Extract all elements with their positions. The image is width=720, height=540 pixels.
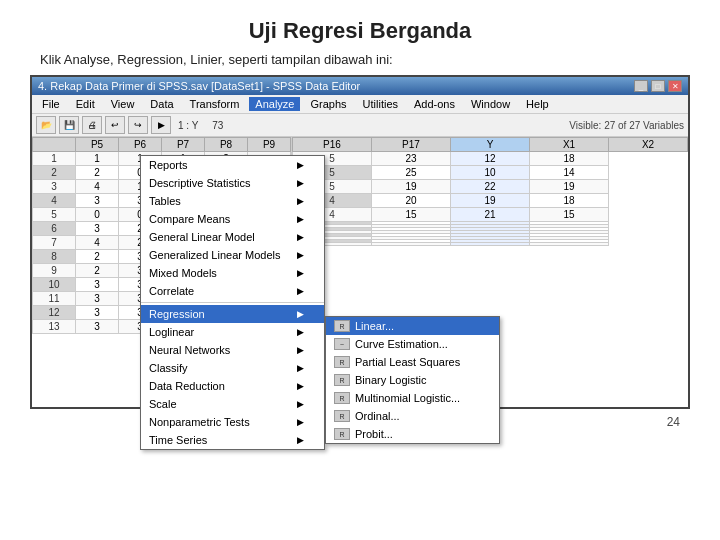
table-cell: 3 <box>76 194 119 208</box>
table-cell: 0 <box>119 208 162 222</box>
table-row: 133333 <box>33 320 291 334</box>
menu-analyze[interactable]: Analyze <box>249 97 300 111</box>
table-cell <box>248 180 291 194</box>
menu-edit[interactable]: Edit <box>70 97 101 111</box>
row-number: 10 <box>33 278 76 292</box>
table-cell <box>530 243 609 246</box>
content-area: P5 P6 P7 P8 P9 1111322002341024333450000… <box>32 137 688 407</box>
table-cell: 3 <box>119 292 162 306</box>
table-cell: 3 <box>119 320 162 334</box>
menu-item-label: Time Series <box>149 434 207 446</box>
toolbar-redo[interactable]: ↪ <box>128 116 148 134</box>
table-row: 103335 <box>33 278 291 292</box>
toolbar-undo[interactable]: ↩ <box>105 116 125 134</box>
table-row: 22002 <box>33 166 291 180</box>
menu-graphs[interactable]: Graphs <box>304 97 352 111</box>
table-cell: 2 <box>205 180 248 194</box>
table-row: 82334 <box>33 250 291 264</box>
maximize-button[interactable]: □ <box>651 80 665 92</box>
menu-window[interactable]: Window <box>465 97 516 111</box>
table-cell: 3 <box>76 306 119 320</box>
table-row: 63223 <box>33 222 291 236</box>
row-indicator: 1 : Y 73 <box>178 120 223 131</box>
table-cell: 3 <box>162 278 205 292</box>
table-cell: 3 <box>205 320 248 334</box>
menu-file[interactable]: File <box>36 97 66 111</box>
row-number: 11 <box>33 292 76 306</box>
col-header-x1: X1 <box>530 138 609 152</box>
table-cell <box>248 236 291 250</box>
table-cell: 14 <box>530 166 609 180</box>
page-number: 24 <box>0 409 720 433</box>
toolbar: 📂 💾 🖨 ↩ ↪ ▶ 1 : Y 73 Visible: 27 of 27 V… <box>32 114 688 137</box>
table-cell: 3 <box>119 278 162 292</box>
table-cell <box>248 208 291 222</box>
table-cell: 3 <box>162 194 205 208</box>
table-cell: 3 <box>119 250 162 264</box>
row-number: 9 <box>33 264 76 278</box>
col-header-p6: P6 <box>119 138 162 152</box>
minimize-button[interactable]: _ <box>634 80 648 92</box>
toolbar-print[interactable]: 🖨 <box>82 116 102 134</box>
table-cell <box>248 278 291 292</box>
table-cell: 1 <box>119 152 162 166</box>
table-row: 123333 <box>33 306 291 320</box>
table-cell <box>293 243 372 246</box>
row-number: 4 <box>33 194 76 208</box>
menu-help[interactable]: Help <box>520 97 555 111</box>
table-cell: 3 <box>162 306 205 320</box>
spss-window: 4. Rekap Data Primer di SPSS.sav [DataSe… <box>30 75 690 409</box>
window-title: 4. Rekap Data Primer di SPSS.sav [DataSe… <box>38 80 360 92</box>
table-row: 5231218 <box>293 152 688 166</box>
menu-data[interactable]: Data <box>144 97 179 111</box>
menu-view[interactable]: View <box>105 97 141 111</box>
table-cell: 2 <box>205 166 248 180</box>
table-cell: 18 <box>530 194 609 208</box>
table-cell: 3 <box>76 292 119 306</box>
table-cell: 1 <box>119 180 162 194</box>
table-cell <box>248 320 291 334</box>
analyze-menu-item[interactable]: Time Series▶ <box>141 431 324 449</box>
table-row: 50000 <box>33 208 291 222</box>
page-container: Uji Regresi Berganda Klik Analyse, Regre… <box>0 0 720 433</box>
table-cell: 0 <box>119 166 162 180</box>
table-cell: 0 <box>162 180 205 194</box>
table-cell: 3 <box>205 264 248 278</box>
table-row: 5192219 <box>293 180 688 194</box>
toolbar-save[interactable]: 💾 <box>59 116 79 134</box>
col-header-p5: P5 <box>76 138 119 152</box>
table-cell: 0 <box>162 208 205 222</box>
table-cell: 3 <box>162 250 205 264</box>
table-cell: 4 <box>293 194 372 208</box>
row-number: 3 <box>33 180 76 194</box>
table-cell: 0 <box>162 166 205 180</box>
menu-addons[interactable]: Add-ons <box>408 97 461 111</box>
col-header-p17: P17 <box>372 138 451 152</box>
table-cell: 2 <box>119 236 162 250</box>
table-row: 113333 <box>33 292 291 306</box>
table-cell: 22 <box>451 180 530 194</box>
table-cell: 3 <box>162 320 205 334</box>
table-cell <box>248 222 291 236</box>
row-number: 2 <box>33 166 76 180</box>
row-number: 12 <box>33 306 76 320</box>
table-cell: 4 <box>205 194 248 208</box>
toolbar-goto[interactable]: ▶ <box>151 116 171 134</box>
table-cell: 4 <box>76 236 119 250</box>
table-cell: 3 <box>205 306 248 320</box>
toolbar-open[interactable]: 📂 <box>36 116 56 134</box>
row-number: 13 <box>33 320 76 334</box>
close-button[interactable]: ✕ <box>668 80 682 92</box>
table-cell: 2 <box>162 222 205 236</box>
menu-transform[interactable]: Transform <box>184 97 246 111</box>
table-cell: 1 <box>162 152 205 166</box>
table-row: 11113 <box>33 152 291 166</box>
table-cell <box>248 292 291 306</box>
table-cell: 3 <box>76 222 119 236</box>
table-cell: 5 <box>205 236 248 250</box>
table-cell: 4 <box>293 208 372 222</box>
table-cell: 19 <box>451 194 530 208</box>
row-number: 7 <box>33 236 76 250</box>
row-number: 6 <box>33 222 76 236</box>
menu-utilities[interactable]: Utilities <box>357 97 404 111</box>
